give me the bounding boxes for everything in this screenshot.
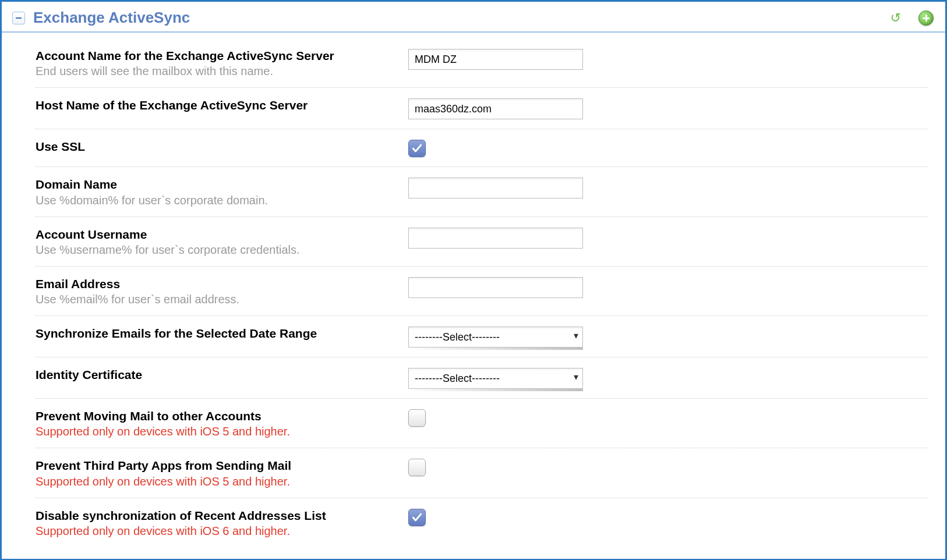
- minus-icon: [16, 17, 22, 19]
- panel-title: Exchange ActiveSync: [33, 9, 190, 27]
- row-identity-cert: Identity Certificate --------Select-----…: [36, 357, 928, 399]
- check-icon: [411, 143, 423, 154]
- form-body: Account Name for the Exchange ActiveSync…: [2, 33, 945, 559]
- disable-recent-checkbox[interactable]: [408, 509, 426, 526]
- account-username-input[interactable]: [408, 228, 583, 249]
- exchange-activesync-panel: Exchange ActiveSync ↻ Account Name for t…: [0, 0, 947, 560]
- refresh-button[interactable]: ↻: [888, 10, 903, 26]
- email-address-hint: Use %email% for user`s email address.: [36, 293, 397, 306]
- use-ssl-label: Use SSL: [36, 139, 397, 154]
- prevent-third-party-warn: Supported only on devices with iOS 5 and…: [36, 475, 397, 488]
- row-account-name: Account Name for the Exchange ActiveSync…: [36, 38, 928, 88]
- email-address-input[interactable]: [408, 277, 583, 298]
- prevent-third-party-checkbox[interactable]: [408, 459, 426, 476]
- account-name-label: Account Name for the Exchange ActiveSync…: [36, 48, 397, 63]
- email-address-label: Email Address: [36, 276, 397, 292]
- use-ssl-checkbox[interactable]: [408, 140, 426, 157]
- domain-name-label: Domain Name: [36, 176, 397, 192]
- row-sync-range: Synchronize Emails for the Selected Date…: [36, 316, 928, 357]
- prevent-move-warn: Supported only on devices with iOS 5 and…: [36, 425, 397, 438]
- add-button[interactable]: [918, 10, 934, 26]
- prevent-move-checkbox[interactable]: [408, 409, 426, 427]
- sync-range-select[interactable]: --------Select--------: [408, 327, 583, 348]
- host-name-label: Host Name of the Exchange ActiveSync Ser…: [36, 97, 397, 113]
- account-username-hint: Use %username% for user`s corporate cred…: [36, 243, 397, 257]
- header-actions: ↻: [888, 10, 934, 26]
- row-prevent-move: Prevent Moving Mail to other Accounts Su…: [36, 399, 928, 448]
- row-disable-recent: Disable synchronization of Recent Addres…: [36, 498, 928, 547]
- panel-header: Exchange ActiveSync ↻: [2, 2, 945, 33]
- sync-range-label: Synchronize Emails for the Selected Date…: [36, 325, 397, 341]
- identity-cert-select[interactable]: --------Select--------: [408, 368, 583, 389]
- account-name-input[interactable]: [408, 49, 583, 70]
- host-name-input[interactable]: [408, 98, 583, 119]
- row-email-address: Email Address Use %email% for user`s ema…: [36, 267, 928, 316]
- refresh-icon: ↻: [891, 10, 901, 26]
- prevent-move-label: Prevent Moving Mail to other Accounts: [36, 408, 397, 424]
- row-host-name: Host Name of the Exchange ActiveSync Ser…: [36, 88, 928, 129]
- row-domain-name: Domain Name Use %domain% for user`s corp…: [36, 167, 928, 217]
- row-account-username: Account Username Use %username% for user…: [36, 217, 928, 267]
- disable-recent-label: Disable synchronization of Recent Addres…: [36, 508, 397, 523]
- domain-name-hint: Use %domain% for user`s corporate domain…: [36, 194, 397, 207]
- prevent-third-party-label: Prevent Third Party Apps from Sending Ma…: [36, 458, 397, 473]
- collapse-toggle[interactable]: [12, 12, 25, 24]
- domain-name-input[interactable]: [408, 178, 583, 199]
- account-name-hint: End users will see the mailbox with this…: [36, 65, 397, 78]
- check-icon: [411, 512, 423, 523]
- row-use-ssl: Use SSL: [36, 129, 928, 167]
- identity-cert-label: Identity Certificate: [36, 367, 397, 382]
- row-prevent-third-party: Prevent Third Party Apps from Sending Ma…: [36, 448, 928, 498]
- disable-recent-warn: Supported only on devices with iOS 6 and…: [36, 524, 397, 538]
- account-username-label: Account Username: [36, 226, 397, 242]
